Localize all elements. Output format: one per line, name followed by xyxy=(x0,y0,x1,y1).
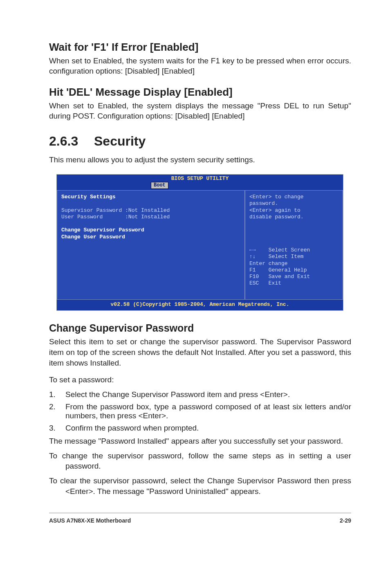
section-heading: 2.6.3Security xyxy=(49,134,351,149)
bios-nav-save-exit: Save and Exit xyxy=(269,274,310,280)
step-number: 3. xyxy=(49,424,65,433)
bios-row-user-value: Not Installed xyxy=(128,214,170,220)
heading-hit-del: Hit 'DEL' Message Display [Enabled] xyxy=(49,86,351,99)
bios-nav-arrows-ud: ↑↓ xyxy=(249,254,256,260)
bios-tab-boot: Boot xyxy=(151,182,168,189)
bios-nav-general-help: General Help xyxy=(269,267,307,273)
step-text: Select the Change Supervisor Password it… xyxy=(65,390,351,399)
step-number: 2. xyxy=(49,402,65,420)
bios-screenshot: BIOS SETUP UTILITY Boot Security Setting… xyxy=(56,174,343,311)
heading-change-supervisor: Change Supervisor Password xyxy=(49,322,351,334)
bios-left-pane: Security Settings Supervisor Password :N… xyxy=(57,190,245,300)
bios-nav-arrows-lr: ←→ xyxy=(249,247,256,253)
step-1: 1.Select the Change Supervisor Password … xyxy=(49,390,351,399)
bios-help-l2: password. xyxy=(249,200,338,207)
bios-left-heading: Security Settings xyxy=(61,194,240,200)
page-footer: ASUS A7N8X-XE Motherboard 2-29 xyxy=(49,513,351,524)
bios-footer: v02.58 (C)Copyright 1985-2004, American … xyxy=(57,300,343,310)
bios-title: BIOS SETUP UTILITY xyxy=(57,175,343,182)
step-text: Confirm the password when prompted. xyxy=(65,424,351,433)
bios-row-supervisor-label: Supervisor Password : xyxy=(61,207,128,213)
paragraph-after-2: To change the supervisor password, follo… xyxy=(49,451,351,471)
heading-wait-f1: Wait for 'F1' If Error [Enabled] xyxy=(49,41,351,54)
bios-nav-esc: ESC xyxy=(249,280,259,286)
bios-right-pane: <Enter> to change password. <Enter> agai… xyxy=(245,190,343,300)
bios-nav-select-item: Select Item xyxy=(269,254,304,260)
footer-left: ASUS A7N8X-XE Motherboard xyxy=(49,517,131,524)
step-number: 1. xyxy=(49,390,65,399)
section-number: 2.6.3 xyxy=(49,134,94,149)
step-3: 3.Confirm the password when prompted. xyxy=(49,424,351,433)
bios-help-l1: <Enter> to change xyxy=(249,194,338,200)
bios-nav-f10: F10 xyxy=(249,274,259,280)
bios-help-l4: disable password. xyxy=(249,214,338,220)
steps-list: 1.Select the Change Supervisor Password … xyxy=(49,390,351,433)
bios-tabrow: Boot xyxy=(57,182,343,190)
section-intro: This menu allows you to adjust the syste… xyxy=(49,155,351,164)
paragraph-to-set: To set a password: xyxy=(49,375,351,384)
body-wait-f1: When set to Enabled, the system waits fo… xyxy=(49,56,351,76)
bios-nav-enter: Enter xyxy=(249,260,265,267)
bios-row-user-label: User Password : xyxy=(61,214,128,220)
section-title: Security xyxy=(94,134,146,148)
paragraph-csp-intro: Select this item to set or change the su… xyxy=(49,337,351,368)
body-hit-del: When set to Enabled, the system displays… xyxy=(49,101,351,121)
paragraph-after-3: To clear the supervisor passowrd, select… xyxy=(49,476,351,496)
footer-right: 2-29 xyxy=(340,517,351,524)
bios-help-l3: <Enter> again to xyxy=(249,207,338,214)
bios-nav-change: change xyxy=(269,260,288,267)
step-text: From the password box, type a password c… xyxy=(65,402,351,420)
step-2: 2.From the password box, type a password… xyxy=(49,402,351,420)
bios-nav-select-screen: Select Screen xyxy=(269,247,310,253)
bios-nav-exit: Exit xyxy=(269,280,281,286)
paragraph-after-1: The message "Password Installed" appears… xyxy=(49,436,351,447)
bios-row-supervisor-value: Not Installed xyxy=(128,207,170,213)
bios-option-change-user: Change User Password xyxy=(61,234,240,240)
bios-nav-f1: F1 xyxy=(249,267,256,273)
bios-option-change-supervisor: Change Supervisor Password xyxy=(61,227,240,233)
